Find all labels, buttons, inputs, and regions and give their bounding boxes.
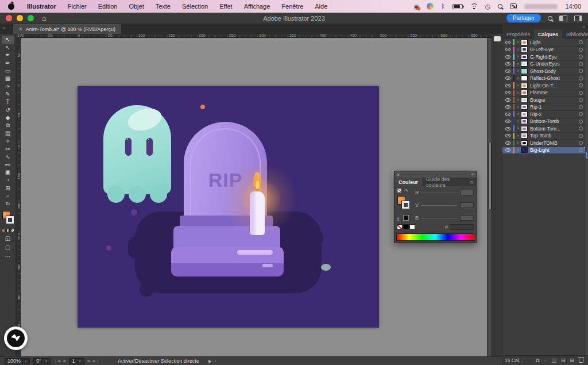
close-tab-icon[interactable]: × (19, 26, 22, 32)
target-icon[interactable] (579, 105, 583, 109)
eye-icon[interactable] (505, 98, 510, 102)
gradient-tool[interactable]: ▤ (2, 129, 14, 137)
eye-icon[interactable] (505, 41, 510, 44)
target-icon[interactable] (579, 148, 583, 152)
disclosure-icon[interactable]: › (516, 133, 520, 139)
disclosure-icon[interactable]: › (516, 119, 520, 124)
panel-scrollbar[interactable] (585, 39, 588, 355)
disclosure-icon[interactable]: › (516, 148, 520, 153)
search-icon[interactable] (548, 16, 552, 21)
perspective-grid-tool[interactable]: ▦ (2, 75, 14, 83)
collapse-panel-icon[interactable]: « (471, 172, 474, 177)
zoom-window-button[interactable] (28, 15, 34, 21)
black-swatch[interactable] (403, 224, 409, 229)
layer-row-ghost-body[interactable]: ›Ghost-Body (502, 68, 588, 75)
draw-mode[interactable]: ◱ (2, 235, 14, 243)
tab-calques[interactable]: Calques (534, 29, 562, 39)
menu-item-fenêtre[interactable]: Fenêtre (276, 3, 309, 10)
menu-item-affichage[interactable]: Affichage (238, 3, 276, 10)
home-icon[interactable]: ⌂ (42, 14, 47, 22)
artboard-nav-next[interactable]: ▶ ▶❘ (88, 359, 100, 363)
rotate-view-tool[interactable]: ↻ (2, 199, 14, 208)
target-icon[interactable] (579, 134, 583, 138)
eye-icon[interactable] (505, 62, 510, 66)
black-swatch-icon[interactable] (403, 215, 409, 221)
white-swatch[interactable] (409, 224, 415, 229)
blend-tool[interactable]: ∿ (2, 153, 14, 161)
disclosure-icon[interactable]: › (516, 140, 520, 145)
disclosure-icon[interactable]: › (516, 76, 520, 81)
locate-object-icon[interactable]: ⌕ (544, 358, 547, 364)
apple-logo-icon[interactable] (8, 3, 14, 10)
menu-item-effet[interactable]: Effet (214, 3, 238, 10)
color-button[interactable] (2, 229, 5, 232)
none-swatch[interactable] (397, 224, 403, 229)
layer-row-bottom-tom-[interactable]: ›Bottom-Tom... (502, 125, 588, 133)
blue-value-field[interactable] (460, 215, 474, 221)
curvature-tool[interactable]: ✏ (2, 59, 14, 67)
none-button[interactable] (11, 229, 14, 232)
tab-bibliotheques[interactable]: Bibliothèques (562, 29, 588, 39)
disclosure-icon[interactable]: › (516, 54, 520, 59)
layer-row-rip-1[interactable]: ›Rip-1 (502, 104, 588, 112)
layer-row-light[interactable]: ›Light (502, 39, 588, 47)
eyedropper-tool[interactable]: ✧ (2, 137, 14, 145)
rotate-tool[interactable]: ↺ (2, 106, 14, 114)
menu-item-illustrator[interactable]: Illustrator (21, 3, 62, 10)
status-bar-expand-icon[interactable]: ▶ ‹ (208, 359, 216, 364)
menu-item-fichier[interactable]: Fichier (62, 3, 92, 10)
layer-row-g-undereyes[interactable]: ›G-UnderEyes (502, 61, 588, 68)
target-icon[interactable] (579, 48, 583, 52)
eye-icon[interactable] (505, 120, 510, 123)
green-value-field[interactable] (460, 202, 474, 208)
new-layer-icon[interactable]: ⊞ (570, 358, 574, 363)
close-window-button[interactable] (6, 15, 12, 21)
stroke-swatch[interactable] (6, 216, 14, 224)
eye-icon[interactable] (505, 113, 510, 116)
ghost-shape[interactable] (103, 105, 171, 208)
slice-tool[interactable]: ⊞ (2, 184, 14, 192)
direct-selection-tool[interactable]: ↖ (2, 44, 14, 52)
tab-couleur[interactable]: Couleur (394, 178, 422, 186)
panel-scrollbar-thumb[interactable] (586, 152, 587, 159)
tab-proprietes[interactable]: Propriétés (502, 29, 534, 39)
arrange-documents-icon[interactable] (559, 16, 567, 21)
disclosure-icon[interactable]: › (516, 68, 520, 74)
collect-for-export-icon[interactable]: ⧉ (536, 358, 539, 364)
graph-tool[interactable]: ◔ (2, 176, 14, 185)
swap-colors-icon[interactable]: ↷ (404, 189, 408, 194)
target-icon[interactable] (579, 62, 583, 66)
clipping-mask-icon[interactable]: ◫ (551, 358, 556, 363)
close-panel-icon[interactable]: × (397, 172, 400, 178)
bluetooth-icon[interactable] (441, 3, 445, 10)
collapse-dock-icon[interactable]: » (502, 24, 588, 29)
disclosure-icon[interactable]: › (516, 112, 520, 117)
control-center-icon[interactable] (510, 3, 517, 9)
disclosure-icon[interactable]: › (516, 105, 520, 110)
target-icon[interactable] (579, 69, 583, 73)
layer-row-bottom-tomb[interactable]: ›Bottom-Tomb (502, 118, 588, 126)
layer-row-rip-2[interactable]: ›Rip-2 (502, 111, 588, 118)
shape-builder-tool[interactable]: ⧉ (2, 122, 14, 130)
flame-shape[interactable] (253, 172, 261, 191)
vertical-scrollbar[interactable] (487, 38, 492, 356)
delete-layer-icon[interactable] (579, 358, 583, 363)
type-tool[interactable]: T (2, 98, 14, 106)
eye-icon[interactable] (505, 48, 510, 51)
comment-bubble-icon[interactable] (494, 36, 501, 41)
screen-recording-icon[interactable] (414, 3, 420, 10)
eye-icon[interactable] (505, 76, 510, 80)
target-icon[interactable] (579, 112, 583, 116)
eye-icon[interactable] (505, 70, 510, 73)
artboard-nav-prev[interactable]: ❘◀ ◀ (54, 359, 66, 363)
target-icon[interactable] (579, 98, 583, 102)
width-tool[interactable]: ⊷ (2, 161, 14, 169)
eye-icon[interactable] (505, 134, 510, 137)
disclosure-icon[interactable]: › (516, 47, 520, 52)
layer-row-undertomb[interactable]: ›UnderTOMB (502, 140, 588, 147)
layer-row-g-right-eye[interactable]: ›G-Right-Eye (502, 53, 588, 61)
artboard-select[interactable]: 1 ∨ (69, 358, 84, 364)
paintbrush-tool[interactable]: ✑ (2, 83, 14, 91)
red-value-field[interactable] (460, 190, 474, 195)
layer-row-bougie[interactable]: ›Bougie (502, 97, 588, 104)
